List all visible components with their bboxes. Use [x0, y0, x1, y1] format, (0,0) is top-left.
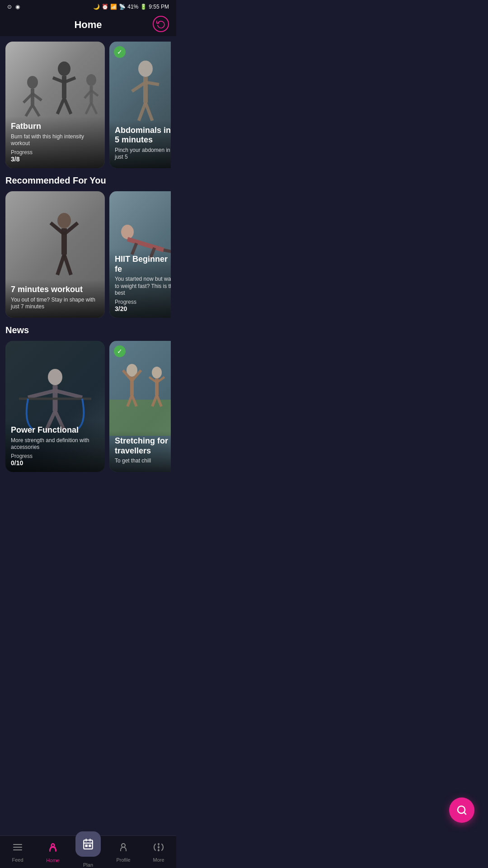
- svg-line-37: [28, 391, 55, 397]
- home-icon: [47, 841, 59, 856]
- hiit-card[interactable]: HIIT Beginner fe You started now but wan…: [109, 191, 171, 318]
- battery-icon: 🔋: [140, 4, 147, 10]
- feed-label: Feed: [12, 857, 23, 863]
- recommended-row: 7 minutes workout You out of time? Stay …: [5, 191, 171, 318]
- power-progress-value: 0/10: [11, 459, 99, 467]
- time-display: 9:55 PM: [149, 4, 169, 10]
- 7min-desc: You out of time? Stay in shape with just…: [11, 297, 99, 311]
- svg-rect-68: [89, 845, 90, 846]
- main-content: Fatburn Burn fat with this high intensit…: [0, 36, 176, 508]
- svg-point-6: [58, 61, 70, 76]
- news-section-title: News: [5, 325, 171, 335]
- svg-line-5: [33, 105, 39, 116]
- signal-icon: 📡: [119, 4, 126, 10]
- abdominals-desc: Pinch your abdomen in just 5: [115, 147, 171, 161]
- svg-point-49: [152, 367, 162, 378]
- svg-line-61: [50, 847, 51, 850]
- moon-icon: 🌙: [93, 4, 100, 10]
- profile-label: Profile: [116, 857, 130, 863]
- more-icon: [153, 842, 164, 855]
- svg-point-74: [158, 847, 159, 848]
- nav-feed[interactable]: Feed: [0, 842, 35, 863]
- fatburn-card[interactable]: Fatburn Burn fat with this high intensit…: [5, 42, 105, 168]
- status-bar: ⊙ ◉ 🌙 ⏰ 📶 📡 41% 🔋 9:55 PM: [0, 0, 176, 12]
- battery-percent: 41%: [127, 4, 138, 10]
- svg-point-35: [48, 369, 62, 385]
- status-icon-2: ◉: [15, 4, 20, 10]
- abdominals-title: Abdominals in 5 minutes: [115, 126, 171, 145]
- home-label: Home: [46, 858, 59, 863]
- nav-home[interactable]: Home: [35, 841, 70, 863]
- page-title: Home: [74, 19, 102, 31]
- power-desc: More strength and definition with access…: [11, 437, 99, 451]
- alarm-icon: ⏰: [102, 4, 108, 10]
- app-header: Home: [0, 12, 176, 36]
- svg-point-73: [158, 844, 159, 844]
- svg-line-21: [145, 82, 159, 85]
- stretching-card[interactable]: ✓ Stretching for travellers To get that …: [109, 341, 171, 472]
- svg-point-60: [52, 844, 55, 847]
- svg-line-38: [55, 391, 82, 397]
- recommended-section-title: Recommended For You: [5, 175, 171, 186]
- plan-center-button[interactable]: [75, 831, 101, 857]
- abdominals-card[interactable]: ✓ Abdominals in 5 minutes Pinch your abd…: [109, 42, 171, 168]
- svg-line-16: [86, 103, 91, 114]
- svg-point-30: [121, 225, 134, 239]
- profile-icon: [118, 842, 129, 855]
- power-card[interactable]: Power Functional More strength and defin…: [5, 341, 105, 472]
- 7min-card[interactable]: 7 minutes workout You out of time? Stay …: [5, 191, 105, 318]
- history-button[interactable]: [153, 16, 169, 32]
- svg-line-62: [55, 847, 56, 850]
- featured-workouts-row: Fatburn Burn fat with this high intensit…: [5, 42, 171, 168]
- fatburn-title: Fatburn: [11, 122, 99, 132]
- svg-point-24: [57, 213, 71, 228]
- svg-point-0: [27, 76, 38, 89]
- status-left: ⊙ ◉: [7, 4, 20, 10]
- stretching-check-badge: ✓: [114, 345, 126, 357]
- power-progress-label: Progress: [11, 453, 99, 459]
- wifi-icon: 📶: [110, 4, 117, 10]
- svg-line-17: [91, 103, 97, 114]
- more-label: More: [153, 857, 164, 863]
- nav-profile[interactable]: Profile: [106, 842, 141, 863]
- stretching-desc: To get that chill: [115, 458, 171, 465]
- hiit-progress-value: 3/20: [115, 305, 171, 312]
- nav-plan[interactable]: Plan: [70, 831, 106, 868]
- bottom-navigation: Feed Home Plan: [0, 835, 176, 868]
- svg-line-11: [64, 98, 71, 114]
- svg-point-69: [122, 844, 125, 847]
- abdominals-check-badge: ✓: [114, 46, 126, 58]
- news-row: Power Functional More strength and defin…: [5, 341, 171, 472]
- plan-label: Plan: [83, 862, 93, 868]
- fatburn-progress-label: Progress: [11, 149, 99, 156]
- svg-line-22: [139, 103, 145, 121]
- nav-more[interactable]: More: [141, 842, 176, 863]
- svg-line-10: [57, 98, 64, 114]
- hiit-title: HIIT Beginner fe: [115, 255, 171, 274]
- fatburn-progress-value: 3/8: [11, 156, 99, 163]
- feed-icon: [12, 842, 23, 855]
- svg-point-18: [138, 61, 153, 77]
- svg-point-75: [158, 850, 159, 851]
- status-icon-1: ⊙: [7, 4, 12, 10]
- svg-line-28: [57, 255, 64, 275]
- svg-rect-63: [84, 840, 93, 849]
- svg-line-29: [64, 255, 71, 275]
- svg-line-4: [26, 105, 33, 116]
- power-title: Power Functional: [11, 425, 99, 435]
- svg-line-23: [145, 103, 152, 121]
- svg-point-12: [86, 74, 96, 86]
- hiit-desc: You started now but want to weight fast?…: [115, 276, 171, 297]
- hiit-progress-label: Progress: [115, 299, 171, 305]
- fatburn-desc: Burn fat with this high intensity workou…: [11, 133, 99, 147]
- 7min-title: 7 minutes workout: [11, 285, 99, 295]
- svg-rect-67: [86, 845, 87, 846]
- status-right: 🌙 ⏰ 📶 📡 41% 🔋 9:55 PM: [93, 4, 169, 10]
- stretching-title: Stretching for travellers: [115, 436, 171, 456]
